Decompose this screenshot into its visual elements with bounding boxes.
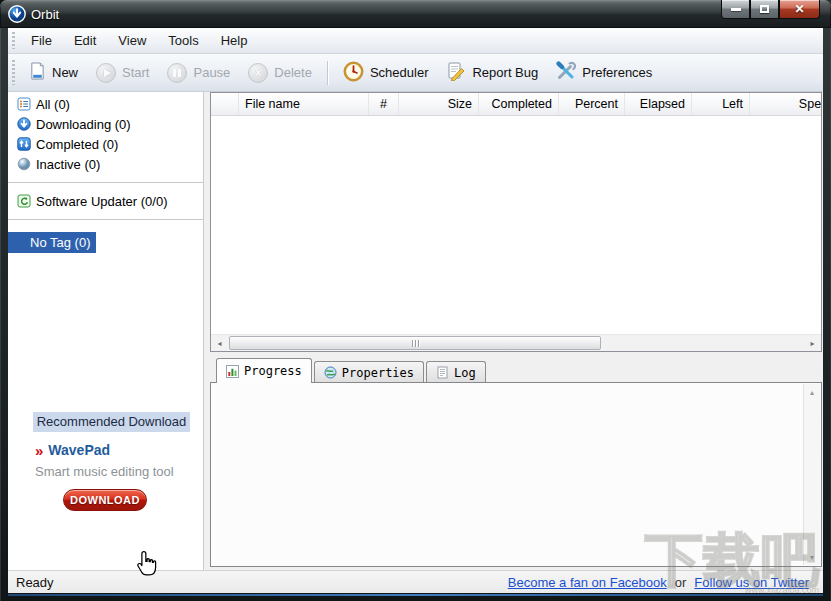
preferences-button-label: Preferences	[582, 65, 652, 80]
menu-tools[interactable]: Tools	[157, 29, 209, 52]
client-area: File Edit View Tools Help New	[8, 28, 823, 593]
scroll-left-arrow-icon[interactable]: ◂	[211, 335, 228, 351]
sidebar-separator	[8, 182, 203, 183]
tab-log-label: Log	[454, 366, 476, 380]
workspace: All (0) Downloading (0)	[8, 92, 823, 570]
detail-tabs: Progress Properties Log	[210, 358, 488, 383]
scheduler-clock-icon	[343, 61, 364, 85]
close-button[interactable]: ✕	[779, 0, 820, 19]
facebook-link[interactable]: Become a fan on Facebook	[508, 575, 667, 590]
maximize-button[interactable]	[750, 0, 779, 19]
pause-icon	[167, 63, 187, 83]
preferences-tools-icon	[556, 61, 576, 84]
download-list-panel: File name # Size Completed Percent Elaps…	[210, 92, 822, 352]
sidebar-separator-2	[8, 219, 203, 220]
sidebar-item-software-updater[interactable]: Software Updater (0/0)	[8, 191, 203, 211]
menu-help[interactable]: Help	[210, 29, 259, 52]
horizontal-scrollbar[interactable]: ◂ ▸	[211, 334, 821, 351]
scroll-down-arrow-icon[interactable]: ▾	[804, 549, 820, 565]
close-icon: ✕	[794, 3, 804, 15]
maximize-icon	[760, 5, 769, 13]
minimize-icon	[731, 8, 741, 11]
download-list-header: File name # Size Completed Percent Elaps…	[211, 93, 822, 116]
download-list-empty-body[interactable]	[211, 116, 821, 318]
menu-view[interactable]: View	[107, 29, 157, 52]
promo-product-name[interactable]: WavePad	[48, 442, 110, 458]
menubar-grip[interactable]	[12, 32, 15, 50]
pause-button[interactable]: Pause	[158, 59, 239, 87]
sidebar-item-completed[interactable]: Completed (0)	[8, 134, 203, 154]
properties-globe-icon	[324, 366, 337, 379]
sidebar: All (0) Downloading (0)	[8, 92, 204, 570]
horizontal-scrollbar-thumb[interactable]	[229, 336, 601, 350]
promo-description: Smart music editing tool	[35, 464, 204, 479]
hand-cursor-icon	[136, 550, 159, 581]
menu-edit[interactable]: Edit	[63, 29, 107, 52]
scheduler-button-label: Scheduler	[370, 65, 429, 80]
recommended-download-panel: Recommended Download » WavePad Smart mus…	[8, 412, 204, 511]
promo-product-row[interactable]: » WavePad	[35, 442, 204, 458]
status-links: Become a fan on Facebook or Follow us on…	[508, 575, 809, 590]
orbit-window: Orbit ✕ File Edit View Tools Help	[0, 0, 831, 601]
column-file-name[interactable]: File name	[239, 93, 369, 115]
new-button[interactable]: New	[20, 58, 87, 88]
report-bug-button-label: Report Bug	[472, 65, 538, 80]
scheduler-button[interactable]: Scheduler	[334, 57, 438, 89]
downloading-arrow-icon	[17, 117, 31, 131]
tab-log[interactable]: Log	[426, 361, 486, 383]
menu-bar: File Edit View Tools Help	[8, 28, 823, 54]
menu-file[interactable]: File	[20, 29, 63, 52]
column-icon-spacer[interactable]	[211, 93, 239, 115]
column-size[interactable]: Size	[399, 93, 479, 115]
progress-chart-icon	[226, 365, 239, 378]
log-document-icon	[436, 366, 449, 379]
tab-progress[interactable]: Progress	[216, 358, 312, 383]
twitter-link[interactable]: Follow us on Twitter	[694, 575, 809, 590]
sidebar-item-software-updater-label: Software Updater (0/0)	[36, 194, 168, 209]
sidebar-item-all-label: All (0)	[36, 97, 70, 112]
new-document-icon	[29, 62, 46, 84]
toolbar: New Start Pause × Delete	[8, 54, 823, 92]
column-number[interactable]: #	[369, 93, 399, 115]
tab-properties[interactable]: Properties	[314, 361, 424, 383]
sidebar-item-no-tag[interactable]: No Tag (0)	[8, 232, 96, 253]
delete-icon: ×	[248, 63, 268, 83]
tab-progress-label: Progress	[244, 364, 302, 378]
delete-button-label: Delete	[274, 65, 312, 80]
sidebar-item-inactive[interactable]: Inactive (0)	[8, 154, 203, 174]
toolbar-grip[interactable]	[12, 60, 15, 86]
promo-bullet-icon: »	[35, 443, 43, 458]
window-controls: ✕	[721, 0, 820, 19]
report-bug-button[interactable]: Report Bug	[437, 57, 547, 88]
link-conjunction: or	[675, 575, 687, 590]
status-bar: Ready Become a fan on Facebook or Follow…	[8, 570, 823, 593]
column-speed[interactable]: Speed	[750, 93, 822, 115]
orbit-logo-icon	[8, 5, 26, 23]
status-text: Ready	[16, 575, 54, 590]
preferences-button[interactable]: Preferences	[547, 57, 661, 88]
download-button[interactable]: DOWNLOAD	[63, 489, 147, 511]
column-percent[interactable]: Percent	[559, 93, 625, 115]
delete-button[interactable]: × Delete	[239, 59, 321, 87]
title-bar[interactable]: Orbit ✕	[0, 0, 831, 28]
column-left[interactable]: Left	[692, 93, 750, 115]
scroll-up-arrow-icon[interactable]: ▴	[804, 384, 820, 400]
scroll-right-arrow-icon[interactable]: ▸	[804, 335, 821, 351]
sidebar-item-downloading-label: Downloading (0)	[36, 117, 131, 132]
sidebar-item-all[interactable]: All (0)	[8, 94, 203, 114]
toolbar-separator	[327, 61, 328, 85]
column-completed[interactable]: Completed	[479, 93, 559, 115]
all-list-icon	[17, 97, 31, 111]
column-elapsed[interactable]: Elapsed	[625, 93, 692, 115]
window-title: Orbit	[31, 7, 59, 22]
sidebar-item-downloading[interactable]: Downloading (0)	[8, 114, 203, 134]
minimize-button[interactable]	[721, 0, 750, 19]
start-icon	[96, 63, 116, 83]
software-updater-icon	[17, 194, 31, 208]
inactive-orb-icon	[17, 157, 31, 171]
start-button-label: Start	[122, 65, 149, 80]
completed-transfer-icon	[17, 137, 31, 151]
start-button[interactable]: Start	[87, 59, 158, 87]
vertical-scrollbar[interactable]: ▴ ▾	[803, 384, 820, 565]
frame-accent-line	[8, 594, 823, 596]
